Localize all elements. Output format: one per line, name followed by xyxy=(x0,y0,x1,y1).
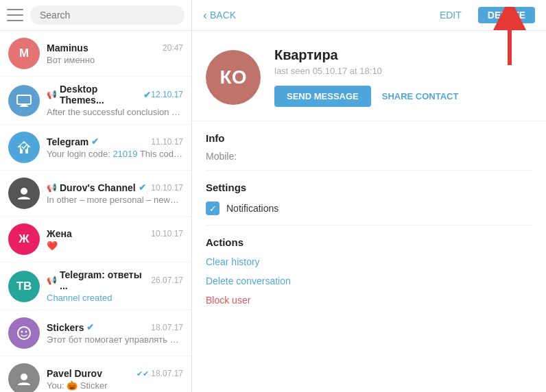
list-item[interactable]: M Maminus 20:47 Вот именно xyxy=(0,31,191,77)
delete-conversation-link[interactable]: Delete conversation xyxy=(206,271,532,291)
profile-avatar: КО xyxy=(206,50,261,105)
settings-section: Settings ✓ Notifications xyxy=(192,171,546,225)
mobile-label: Mobile: xyxy=(206,151,237,162)
avatar xyxy=(8,85,40,117)
settings-section-title: Settings xyxy=(206,182,532,193)
chat-preview: ❤️ xyxy=(47,241,183,251)
chat-preview: After the successful conclusion of... xyxy=(47,107,183,117)
avatar xyxy=(8,363,40,392)
avatar: Ж xyxy=(8,223,40,255)
list-item[interactable]: 📢 Desktop Themes... ✔ 12.10.17 After the… xyxy=(0,77,191,125)
list-item[interactable]: ТВ 📢 Telegram: ответы ... 26.07.17 Chann… xyxy=(0,262,191,310)
chat-time: 18.07.17 xyxy=(151,323,183,332)
chat-name: Жена xyxy=(47,228,72,239)
chat-name: Telegram ✔ xyxy=(47,136,99,147)
block-user-link[interactable]: Block user xyxy=(206,291,532,310)
list-item[interactable]: 📢 Durov's Channel ✔ 10.10.17 In other – … xyxy=(0,171,191,217)
chat-name: 📢 Telegram: ответы ... xyxy=(47,269,151,291)
hamburger-menu[interactable] xyxy=(7,9,23,21)
chat-time: 11.10.17 xyxy=(151,137,183,147)
chat-name: Stickers ✔ xyxy=(47,322,94,333)
avatar: M xyxy=(8,38,40,69)
right-panel-header: ‹ BACK EDIT DELETE xyxy=(192,0,546,31)
chat-time: 12.10.17 xyxy=(151,90,183,99)
edit-button[interactable]: EDIT xyxy=(434,7,467,23)
send-message-button[interactable]: SEND MESSAGE xyxy=(274,86,371,107)
list-item[interactable]: Pavel Durov ✔✔ 18.07.17 You: 🎃 Sticker xyxy=(0,356,191,392)
chat-preview: In other – more personal – news, ... xyxy=(47,195,183,205)
svg-rect-0 xyxy=(17,95,31,104)
chat-time: 10.10.17 xyxy=(151,183,183,193)
verified-icon: ✔ xyxy=(139,182,146,193)
back-button[interactable]: ‹ BACK xyxy=(203,8,236,23)
profile-name: Квартира xyxy=(274,47,532,63)
svg-point-7 xyxy=(25,331,27,333)
chat-time: 26.07.17 xyxy=(151,275,183,285)
megaphone-icon: 📢 xyxy=(47,90,57,99)
chat-preview: You: 🎃 Sticker xyxy=(47,380,183,391)
info-section: Info Mobile: xyxy=(192,121,546,170)
chat-time: ✔✔ 18.07.17 xyxy=(136,369,183,378)
chat-preview: Your login code: 21019 This code ... xyxy=(47,149,183,159)
chat-preview: Этот бот помогает управлять ст... xyxy=(47,334,183,345)
clear-history-link[interactable]: Clear history xyxy=(206,252,532,271)
svg-point-4 xyxy=(21,188,27,195)
chat-preview: Вот именно xyxy=(47,55,183,65)
svg-rect-1 xyxy=(21,104,27,106)
chat-name: 📢 Desktop Themes... ✔ xyxy=(47,84,151,106)
verified-icon: ✔ xyxy=(91,136,99,147)
chat-preview: Channel created xyxy=(47,293,183,303)
mobile-row: Mobile: xyxy=(206,148,532,164)
header-actions: EDIT DELETE xyxy=(434,7,535,23)
notifications-label: Notifications xyxy=(226,203,278,214)
chat-name: Pavel Durov xyxy=(47,368,102,379)
avatar xyxy=(8,317,40,349)
sidebar: M Maminus 20:47 Вот именно xyxy=(0,0,192,392)
info-section-title: Info xyxy=(206,132,532,144)
avatar: ТВ xyxy=(8,271,40,302)
svg-point-8 xyxy=(21,373,27,380)
verified-icon: ✔ xyxy=(86,322,94,332)
double-check-icon: ✔✔ xyxy=(136,369,149,378)
list-item[interactable]: Stickers ✔ 18.07.17 Этот бот помогает уп… xyxy=(0,310,191,356)
svg-rect-2 xyxy=(20,106,28,107)
search-input[interactable] xyxy=(30,5,185,25)
chat-time: 10.10.17 xyxy=(151,229,183,238)
list-item[interactable]: Telegram ✔ 11.10.17 Your login code: 210… xyxy=(0,125,191,171)
avatar xyxy=(8,177,40,209)
verified-icon: ✔ xyxy=(143,90,151,100)
notifications-checkbox[interactable]: ✓ xyxy=(206,201,219,215)
delete-button[interactable]: DELETE xyxy=(478,7,535,23)
back-label: BACK xyxy=(210,10,236,21)
profile-status: last seen 05.10.17 at 18:10 xyxy=(274,66,532,76)
profile-actions: SEND MESSAGE SHARE CONTACT xyxy=(274,86,532,107)
megaphone-icon: 📢 xyxy=(47,183,57,193)
back-arrow-icon: ‹ xyxy=(203,8,207,23)
profile-area: КО Квартира last seen 05.10.17 at 18:10 … xyxy=(192,31,546,121)
right-panel: ‹ BACK EDIT DELETE КО Квартира last seen… xyxy=(192,0,546,392)
share-contact-button[interactable]: SHARE CONTACT xyxy=(382,91,459,101)
chat-name: 📢 Durov's Channel ✔ xyxy=(47,182,146,193)
megaphone-icon: 📢 xyxy=(47,275,57,285)
avatar xyxy=(8,132,40,163)
svg-point-6 xyxy=(21,331,23,333)
list-item[interactable]: Ж Жена 10.10.17 ❤️ xyxy=(0,217,191,262)
svg-point-5 xyxy=(18,327,30,339)
actions-section-title: Actions xyxy=(206,236,532,248)
chat-time: 20:47 xyxy=(163,43,183,53)
chat-list: M Maminus 20:47 Вот именно xyxy=(0,31,191,392)
notifications-row: ✓ Notifications xyxy=(206,197,532,219)
sidebar-header xyxy=(0,0,191,31)
chat-name: Maminus xyxy=(47,42,88,53)
actions-section: Actions Clear history Delete conversatio… xyxy=(192,225,546,315)
